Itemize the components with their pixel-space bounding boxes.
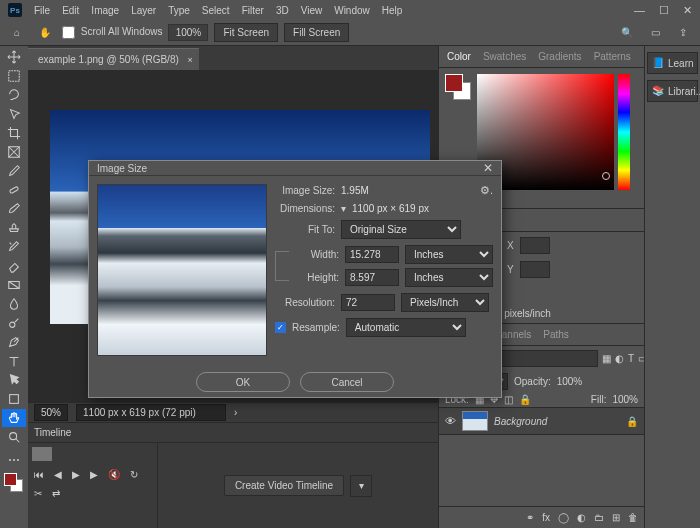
tl-split-icon[interactable]: ✂ <box>34 488 42 499</box>
group-icon[interactable]: 🗀 <box>594 512 604 523</box>
new-layer-icon[interactable]: ⊞ <box>612 512 620 523</box>
status-doc-info[interactable]: 1100 px x 619 px (72 ppi) <box>76 404 226 421</box>
width-input[interactable] <box>345 246 399 263</box>
eyedropper-tool-icon[interactable] <box>2 162 26 180</box>
menu-edit[interactable]: Edit <box>62 5 79 16</box>
tab-gradients[interactable]: Gradients <box>538 51 581 62</box>
shape-tool-icon[interactable] <box>2 390 26 408</box>
lock-all-icon[interactable]: 🔒 <box>519 394 531 405</box>
tl-loop-icon[interactable]: ↻ <box>130 469 138 480</box>
healing-tool-icon[interactable] <box>2 181 26 199</box>
lock-artboard-icon[interactable]: ◫ <box>504 394 513 405</box>
brush-tool-icon[interactable] <box>2 200 26 218</box>
tab-color[interactable]: Color <box>447 51 471 62</box>
height-input[interactable] <box>345 269 399 286</box>
dodge-tool-icon[interactable] <box>2 314 26 332</box>
ok-button[interactable]: OK <box>196 372 290 392</box>
resample-select[interactable]: Automatic <box>346 318 466 337</box>
type-tool-icon[interactable] <box>2 352 26 370</box>
window-minimize-icon[interactable]: — <box>634 4 645 16</box>
hand-tool-icon[interactable]: ✋ <box>34 23 56 43</box>
prop-x-input[interactable] <box>520 237 550 254</box>
tl-transition-icon[interactable]: ⇄ <box>52 488 60 499</box>
libraries-button[interactable]: 📚Librari... <box>647 80 698 102</box>
height-unit-select[interactable]: Inches <box>405 268 493 287</box>
gradient-tool-icon[interactable] <box>2 276 26 294</box>
resample-checkbox[interactable]: ✓ <box>275 322 286 333</box>
tab-patterns[interactable]: Patterns <box>594 51 631 62</box>
window-close-icon[interactable]: ✕ <box>683 4 692 17</box>
fit-to-select[interactable]: Original Size <box>341 220 461 239</box>
layer-row[interactable]: 👁 Background 🔒 <box>439 407 644 435</box>
hue-slider[interactable] <box>618 74 630 190</box>
menu-image[interactable]: Image <box>91 5 119 16</box>
delete-layer-icon[interactable]: 🗑 <box>628 512 638 523</box>
workspace-icon[interactable]: ▭ <box>644 23 666 43</box>
status-zoom[interactable]: 50% <box>34 404 68 421</box>
menu-filter[interactable]: Filter <box>242 5 264 16</box>
hand-tool[interactable] <box>2 409 26 427</box>
adjustment-layer-icon[interactable]: ◐ <box>577 512 586 523</box>
layer-visibility-icon[interactable]: 👁 <box>445 415 456 427</box>
foreground-background-swatch[interactable] <box>445 74 471 100</box>
filter-pixel-icon[interactable]: ▦ <box>602 353 611 364</box>
menu-window[interactable]: Window <box>334 5 370 16</box>
fit-screen-button[interactable]: Fit Screen <box>214 23 278 42</box>
home-icon[interactable]: ⌂ <box>6 23 28 43</box>
quick-select-tool-icon[interactable] <box>2 105 26 123</box>
frame-tool-icon[interactable] <box>2 143 26 161</box>
tl-first-frame-icon[interactable]: ⏮ <box>34 469 44 480</box>
layer-mask-icon[interactable]: ◯ <box>558 512 569 523</box>
color-swatches-icon[interactable] <box>2 470 26 496</box>
menu-help[interactable]: Help <box>382 5 403 16</box>
dialog-close-icon[interactable]: ✕ <box>483 161 493 175</box>
share-icon[interactable]: ⇪ <box>672 23 694 43</box>
dialog-gear-icon[interactable]: ⚙. <box>480 184 493 197</box>
cancel-button[interactable]: Cancel <box>300 372 394 392</box>
tab-paths[interactable]: Paths <box>543 329 569 340</box>
tl-mute-icon[interactable]: 🔇 <box>108 469 120 480</box>
fill-screen-button[interactable]: Fill Screen <box>284 23 349 42</box>
lasso-tool-icon[interactable] <box>2 86 26 104</box>
menu-select[interactable]: Select <box>202 5 230 16</box>
document-tab[interactable]: example 1.png @ 50% (RGB/8) × <box>28 48 199 70</box>
layer-name[interactable]: Background <box>494 416 547 427</box>
resolution-unit-select[interactable]: Pixels/Inch <box>401 293 489 312</box>
dimensions-dropdown-icon[interactable]: ▾ <box>341 203 346 214</box>
eraser-tool-icon[interactable] <box>2 257 26 275</box>
blur-tool-icon[interactable] <box>2 295 26 313</box>
prop-y-input[interactable] <box>520 261 550 278</box>
tl-prev-frame-icon[interactable]: ◀ <box>54 469 62 480</box>
zoom-tool-icon[interactable] <box>2 428 26 446</box>
filter-type-icon[interactable]: T <box>628 353 634 364</box>
tl-next-frame-icon[interactable]: ▶ <box>90 469 98 480</box>
edit-toolbar-icon[interactable]: ⋯ <box>2 451 26 469</box>
fill-value[interactable]: 100% <box>612 394 638 405</box>
history-brush-tool-icon[interactable] <box>2 238 26 256</box>
filter-adjust-icon[interactable]: ◐ <box>615 353 624 364</box>
menu-type[interactable]: Type <box>168 5 190 16</box>
resolution-input[interactable] <box>341 294 395 311</box>
opacity-value[interactable]: 100% <box>557 376 583 387</box>
search-icon[interactable]: 🔍 <box>616 23 638 43</box>
status-caret-icon[interactable]: › <box>234 407 237 418</box>
create-video-timeline-button[interactable]: Create Video Timeline <box>224 475 344 496</box>
path-select-tool-icon[interactable] <box>2 371 26 389</box>
menu-view[interactable]: View <box>301 5 323 16</box>
menu-3d[interactable]: 3D <box>276 5 289 16</box>
clone-stamp-tool-icon[interactable] <box>2 219 26 237</box>
move-tool-icon[interactable] <box>2 48 26 66</box>
width-unit-select[interactable]: Inches <box>405 245 493 264</box>
crop-tool-icon[interactable] <box>2 124 26 142</box>
constrain-proportions-icon[interactable] <box>275 251 289 281</box>
marquee-tool-icon[interactable] <box>2 67 26 85</box>
scroll-all-checkbox[interactable]: Scroll All Windows <box>62 26 162 39</box>
window-restore-icon[interactable]: ☐ <box>659 4 669 17</box>
timeline-dropdown-icon[interactable]: ▾ <box>350 475 372 497</box>
zoom-field[interactable]: 100% <box>168 24 208 41</box>
tab-swatches[interactable]: Swatches <box>483 51 526 62</box>
tl-play-icon[interactable]: ▶ <box>72 469 80 480</box>
menu-file[interactable]: File <box>34 5 50 16</box>
menu-layer[interactable]: Layer <box>131 5 156 16</box>
learn-button[interactable]: 📘Learn <box>647 52 698 74</box>
